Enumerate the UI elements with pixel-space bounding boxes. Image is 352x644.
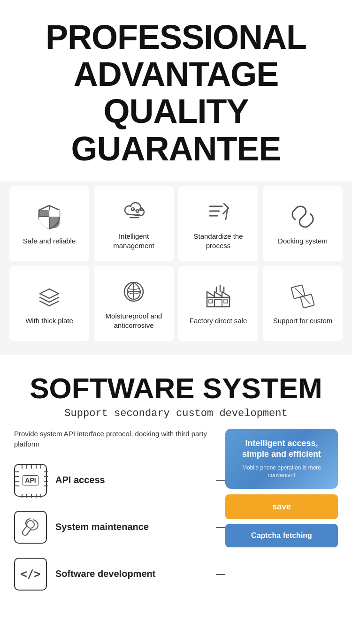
feature-card-standardize: Standardize the process: [178, 186, 258, 261]
feature-card-safe: Safe and reliable: [9, 186, 89, 261]
header-title: PROFESSIONAL ADVANTAGE QUALITY GUARANTEE: [9, 19, 343, 167]
grid-row-1: Safe and reliable Intelligent management: [9, 186, 343, 261]
grid-row-2: With thick plate Moistureproof and antic…: [9, 266, 343, 341]
software-section: SOFTWARE SYSTEM Support secondary custom…: [0, 355, 352, 619]
chip-svg: [15, 465, 48, 498]
phone-card: Intelligent access, simple and efficient…: [225, 429, 338, 489]
feature-label-thick: With thick plate: [25, 316, 73, 326]
captcha-button[interactable]: Captcha fetching: [225, 524, 338, 547]
dev-item-label: Software development: [55, 568, 155, 579]
svg-rect-15: [224, 299, 228, 303]
software-title: SOFTWARE SYSTEM: [14, 374, 338, 403]
process-icon: [205, 199, 231, 225]
layers-icon: [36, 283, 62, 310]
maintenance-icon: [14, 511, 47, 544]
svg-rect-14: [209, 299, 213, 303]
software-left: Provide system API interface protocol, d…: [14, 429, 216, 605]
connector-maintenance: [216, 527, 225, 528]
software-desc: Provide system API interface protocol, d…: [14, 429, 216, 450]
feature-card-thick: With thick plate: [9, 266, 89, 341]
svg-line-21: [295, 288, 310, 304]
software-body: Provide system API interface protocol, d…: [14, 429, 338, 605]
header-line3: QUALITY GUARANTEE: [71, 92, 281, 167]
software-item-maintenance: System maintenance: [14, 511, 216, 544]
cloud-icon: [121, 199, 147, 225]
shield-icon: [36, 204, 62, 230]
factory-icon: [205, 283, 231, 310]
feature-label-factory: Factory direct sale: [190, 316, 247, 326]
svg-line-10: [300, 214, 306, 220]
api-item-label: API access: [55, 475, 105, 485]
software-right: Intelligent access, simple and efficient…: [225, 429, 338, 605]
features-grid: Safe and reliable Intelligent management: [0, 182, 352, 355]
custom-icon: [290, 283, 316, 310]
phone-card-title: Intelligent access, simple and efficient: [235, 438, 329, 460]
connector-api: [216, 480, 225, 481]
feature-card-intelligent: Intelligent management: [94, 186, 174, 261]
api-icon: API: [14, 464, 47, 497]
software-subtitle: Support secondary custom development: [14, 408, 338, 419]
leaf-icon: [121, 279, 147, 305]
phone-card-sub: Mobile phone operation is more convenien…: [235, 464, 329, 480]
svg-rect-13: [214, 299, 222, 307]
feature-label-moisture: Moistureproof and anticorrosive: [99, 311, 169, 330]
header-section: PROFESSIONAL ADVANTAGE QUALITY GUARANTEE: [0, 0, 352, 182]
code-icon: </>: [14, 558, 47, 591]
software-item-api: API: [14, 464, 216, 497]
feature-card-custom: Support for custom: [263, 266, 343, 341]
feature-label-custom: Support for custom: [273, 316, 333, 326]
feature-card-factory: Factory direct sale: [178, 266, 258, 341]
maintenance-svg: [20, 517, 41, 538]
feature-label-standardize: Standardize the process: [183, 232, 253, 250]
save-button[interactable]: save: [225, 494, 338, 519]
header-line1: PROFESSIONAL: [46, 18, 306, 56]
feature-card-moisture: Moistureproof and anticorrosive: [94, 266, 174, 341]
link-icon: [290, 204, 316, 230]
svg-point-40: [27, 521, 34, 528]
maintenance-item-label: System maintenance: [55, 522, 149, 532]
feature-label-docking: Docking system: [278, 236, 328, 246]
feature-label-intelligent: Intelligent management: [99, 232, 169, 250]
header-line2: ADVANTAGE: [74, 55, 278, 93]
feature-card-docking: Docking system: [263, 186, 343, 261]
feature-label-safe: Safe and reliable: [23, 236, 76, 246]
software-item-dev: </> Software development: [14, 558, 216, 591]
connector-dev: [216, 574, 225, 575]
